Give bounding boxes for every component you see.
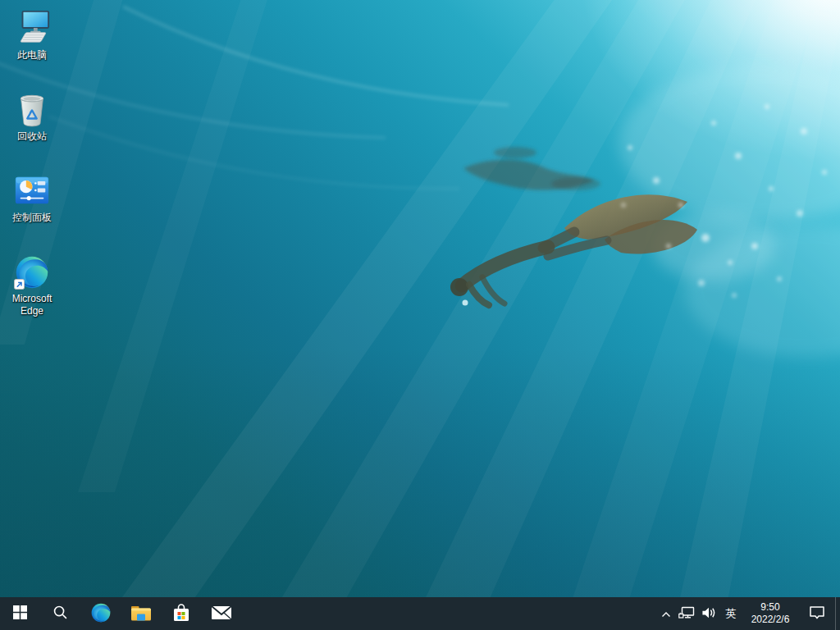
desktop-icon-list: 此电脑 回收站 <box>4 7 60 317</box>
volume-icon <box>701 606 717 622</box>
this-pc-icon <box>13 7 51 47</box>
desktop-icon-control-panel[interactable]: 控制面板 <box>4 169 60 224</box>
edge-taskbar-button[interactable] <box>80 597 121 630</box>
desktop-icon-label: 控制面板 <box>12 212 52 223</box>
system-tray: 英 9:50 2022/2/6 <box>656 597 840 630</box>
start-button[interactable] <box>0 597 40 630</box>
desktop-icon-microsoft-edge[interactable]: Microsoft Edge <box>4 250 60 317</box>
tray-overflow-button[interactable] <box>656 597 676 630</box>
desktop-icon-label: 此电脑 <box>17 49 47 61</box>
folder-icon <box>130 603 152 624</box>
clock[interactable]: 9:50 2022/2/6 <box>742 597 799 630</box>
edge-icon <box>13 251 51 290</box>
file-explorer-button[interactable] <box>121 597 161 630</box>
chevron-up-icon <box>661 608 671 620</box>
windows-logo-icon <box>13 605 27 622</box>
control-panel-icon <box>13 170 51 209</box>
show-desktop-button[interactable] <box>835 597 840 630</box>
desktop-icon-label: 回收站 <box>17 130 47 142</box>
recycle-bin-icon <box>13 89 51 128</box>
depth-shading <box>0 0 840 630</box>
shortcut-arrow-icon <box>14 279 25 290</box>
wallpaper <box>0 0 840 630</box>
action-center-icon <box>809 605 825 623</box>
edge-icon <box>90 602 112 626</box>
mail-envelope-icon <box>211 605 232 623</box>
desktop-icon-this-pc[interactable]: 此电脑 <box>4 7 60 62</box>
store-button[interactable] <box>161 597 201 630</box>
network-icon <box>678 606 695 622</box>
search-button[interactable] <box>40 597 80 630</box>
search-icon <box>52 605 68 623</box>
volume-tray-button[interactable] <box>697 597 720 630</box>
action-center-button[interactable] <box>799 597 835 630</box>
desktop-icon-label: Microsoft Edge <box>5 293 59 316</box>
mail-button[interactable] <box>201 597 241 630</box>
input-language-indicator[interactable]: 英 <box>720 597 742 630</box>
taskbar: 英 9:50 2022/2/6 <box>0 597 840 630</box>
clock-time: 9:50 <box>760 601 779 614</box>
desktop: 此电脑 回收站 <box>0 0 840 630</box>
store-bag-icon <box>171 602 191 626</box>
network-tray-button[interactable] <box>676 597 697 630</box>
desktop-icon-recycle-bin[interactable]: 回收站 <box>4 88 60 143</box>
clock-date: 2022/2/6 <box>751 614 790 626</box>
